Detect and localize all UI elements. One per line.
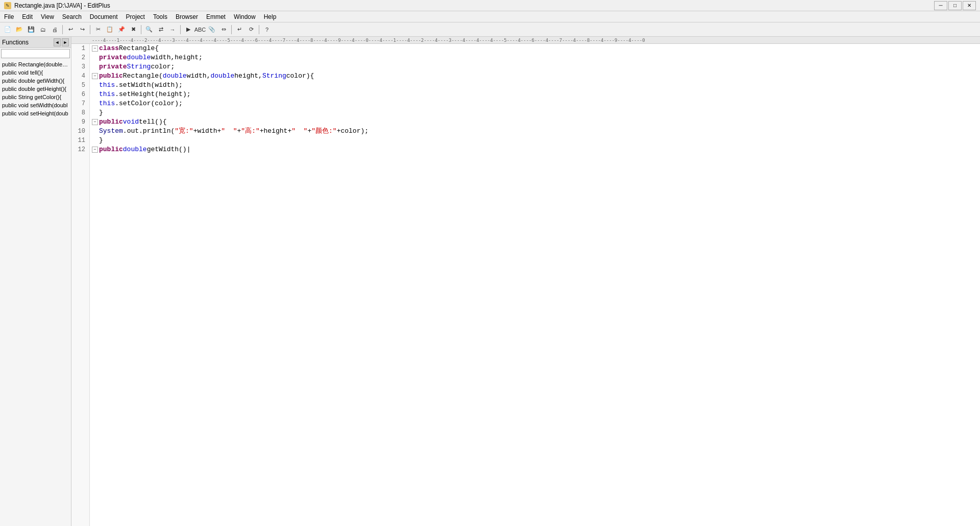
code-line-6: this.setHeight(height); bbox=[92, 90, 980, 99]
collapse-12[interactable]: − bbox=[92, 147, 98, 153]
sidebar-list: public Rectangle(double wic public void … bbox=[0, 60, 71, 526]
code-line-1: −class Rectangle { bbox=[92, 44, 980, 53]
sidebar-title: Functions bbox=[2, 39, 29, 46]
line-num-10: 10 bbox=[71, 127, 87, 136]
list-item[interactable]: public String getColor(){ bbox=[0, 93, 71, 101]
sidebar-nav: ◄ ► bbox=[54, 38, 69, 46]
collapse-1[interactable]: − bbox=[92, 45, 98, 52]
list-item[interactable]: public void setHeight(doub bbox=[0, 109, 71, 117]
list-item[interactable]: public Rectangle(double wic bbox=[0, 60, 71, 68]
replace-button[interactable]: ⇄ bbox=[155, 24, 166, 35]
close-button[interactable]: ✕ bbox=[963, 1, 976, 10]
undo-button[interactable]: ↩ bbox=[65, 24, 76, 35]
toolbar-sep-2 bbox=[90, 25, 90, 34]
run-button[interactable]: ▶ bbox=[183, 24, 194, 35]
menu-help[interactable]: Help bbox=[260, 11, 281, 22]
redo-button[interactable]: ↪ bbox=[77, 24, 88, 35]
save-all-button[interactable]: 🗂 bbox=[37, 24, 48, 35]
help-button[interactable]: ? bbox=[261, 24, 273, 35]
code-line-12: − public double getWidth()| bbox=[92, 145, 980, 154]
paste-button[interactable]: 📌 bbox=[116, 24, 127, 35]
reload-button[interactable]: ⟳ bbox=[246, 24, 257, 35]
code-line-5: this.setWidth(width); bbox=[92, 81, 980, 90]
line-num-1: 1 bbox=[71, 44, 87, 53]
line-num-2: 2 bbox=[71, 53, 87, 62]
toolbar-sep-6 bbox=[259, 25, 259, 34]
code-line-8: } bbox=[92, 108, 980, 117]
wrap-button[interactable]: ↵ bbox=[234, 24, 245, 35]
menu-search[interactable]: Search bbox=[58, 11, 86, 22]
code-line-9: − public void tell(){ bbox=[92, 117, 980, 127]
menu-emmet[interactable]: Emmet bbox=[202, 11, 230, 22]
collapse-4[interactable]: − bbox=[92, 73, 98, 79]
line-num-3: 3 bbox=[71, 62, 87, 71]
toolbar-sep-1 bbox=[62, 25, 63, 34]
find-button[interactable]: 🔍 bbox=[143, 24, 155, 35]
code-line-11: } bbox=[92, 136, 980, 145]
menu-window[interactable]: Window bbox=[230, 11, 260, 22]
sidebar-search-container bbox=[1, 49, 70, 59]
cut-button[interactable]: ✂ bbox=[92, 24, 104, 35]
goto-button[interactable]: → bbox=[167, 24, 178, 35]
code-line-4: − public Rectangle(double width,double h… bbox=[92, 71, 980, 81]
list-item[interactable]: public double getWidth(){ bbox=[0, 77, 71, 85]
code-container[interactable]: 1 2 3 4 5 6 7 8 9 10 11 12 −class Rectan… bbox=[71, 44, 980, 526]
sidebar-next-button[interactable]: ► bbox=[62, 38, 69, 46]
sidebar-search-input[interactable] bbox=[1, 49, 70, 58]
code-line-10: System.out.println("宽:"+width+" "+"高:"+h… bbox=[92, 127, 980, 136]
line-num-5: 5 bbox=[71, 81, 87, 90]
print-button[interactable]: 🖨 bbox=[49, 24, 60, 35]
menu-tools[interactable]: Tools bbox=[149, 11, 172, 22]
new-button[interactable]: 📄 bbox=[2, 24, 13, 35]
code-editor[interactable]: −class Rectangle { private double width,… bbox=[90, 44, 980, 526]
line-num-7: 7 bbox=[71, 99, 87, 108]
open-button[interactable]: 📂 bbox=[14, 24, 25, 35]
collapse-9[interactable]: − bbox=[92, 119, 98, 125]
line-num-4: 4 bbox=[71, 71, 87, 81]
sidebar-prev-button[interactable]: ◄ bbox=[54, 38, 61, 46]
code-line-2: private double width,height; bbox=[92, 53, 980, 62]
line-num-6: 6 bbox=[71, 90, 87, 99]
copy-button[interactable]: 📋 bbox=[104, 24, 115, 35]
code-line-7: this.setColor(color); bbox=[92, 99, 980, 108]
list-item[interactable]: public void tell(){ bbox=[0, 68, 71, 77]
menu-edit[interactable]: Edit bbox=[18, 11, 37, 22]
toggle-btn[interactable]: ⇔ bbox=[218, 24, 229, 35]
save-button[interactable]: 💾 bbox=[26, 24, 37, 35]
toolbar-sep-4 bbox=[180, 25, 181, 34]
toolbar: 📄 📂 💾 🗂 🖨 ↩ ↪ ✂ 📋 📌 ✖ 🔍 ⇄ → ▶ ABC 📎 ⇔ ↵ … bbox=[0, 22, 980, 37]
menu-browser[interactable]: Browser bbox=[172, 11, 202, 22]
line-numbers: 1 2 3 4 5 6 7 8 9 10 11 12 bbox=[71, 44, 90, 526]
window-controls: ─ □ ✕ bbox=[934, 1, 976, 10]
menu-bar: File Edit View Search Document Project T… bbox=[0, 11, 980, 22]
sidebar: Functions ◄ ► public Rectangle(double wi… bbox=[0, 37, 71, 526]
line-num-8: 8 bbox=[71, 108, 87, 117]
sidebar-header: Functions ◄ ► bbox=[0, 37, 71, 48]
ruler: ----4----1----4----2----4----3----4----4… bbox=[71, 37, 980, 44]
spell-button[interactable]: ABC bbox=[194, 24, 206, 35]
toolbar-sep-5 bbox=[231, 25, 232, 34]
title-bar: ✎ Rectangle.java [D:\JAVA] - EditPlus ─ … bbox=[0, 0, 980, 11]
menu-document[interactable]: Document bbox=[86, 11, 122, 22]
list-item[interactable]: public void setWidth(doubl bbox=[0, 101, 71, 109]
title-bar-left: ✎ Rectangle.java [D:\JAVA] - EditPlus bbox=[4, 2, 110, 9]
line-num-9: 9 bbox=[71, 117, 87, 127]
menu-view[interactable]: View bbox=[37, 11, 58, 22]
editor-area: ----4----1----4----2----4----3----4----4… bbox=[71, 37, 980, 526]
toolbar-sep-3 bbox=[141, 25, 141, 34]
menu-project[interactable]: Project bbox=[122, 11, 149, 22]
code-line-3: private String color; bbox=[92, 62, 980, 71]
line-num-12: 12 bbox=[71, 145, 87, 154]
maximize-button[interactable]: □ bbox=[948, 1, 962, 10]
minimize-button[interactable]: ─ bbox=[934, 1, 947, 10]
delete-button[interactable]: ✖ bbox=[128, 24, 139, 35]
line-num-11: 11 bbox=[71, 136, 87, 145]
main-area: Functions ◄ ► public Rectangle(double wi… bbox=[0, 37, 980, 526]
list-item[interactable]: public double getHeight(){ bbox=[0, 85, 71, 93]
menu-file[interactable]: File bbox=[0, 11, 18, 22]
clip-button[interactable]: 📎 bbox=[206, 24, 217, 35]
app-icon: ✎ bbox=[4, 2, 11, 9]
window-title: Rectangle.java [D:\JAVA] - EditPlus bbox=[14, 2, 110, 9]
